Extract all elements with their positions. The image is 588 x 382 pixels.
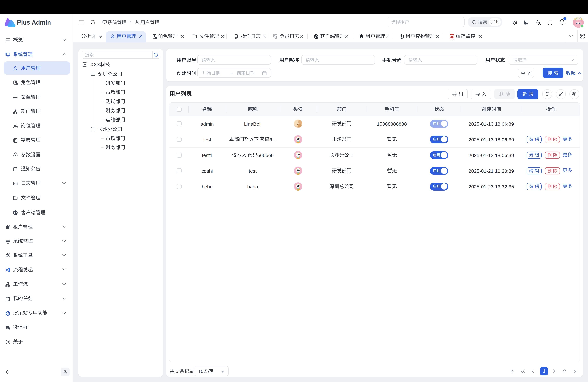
svg-text:DEV: DEV xyxy=(14,183,17,185)
svg-text:redis: redis xyxy=(450,38,454,40)
